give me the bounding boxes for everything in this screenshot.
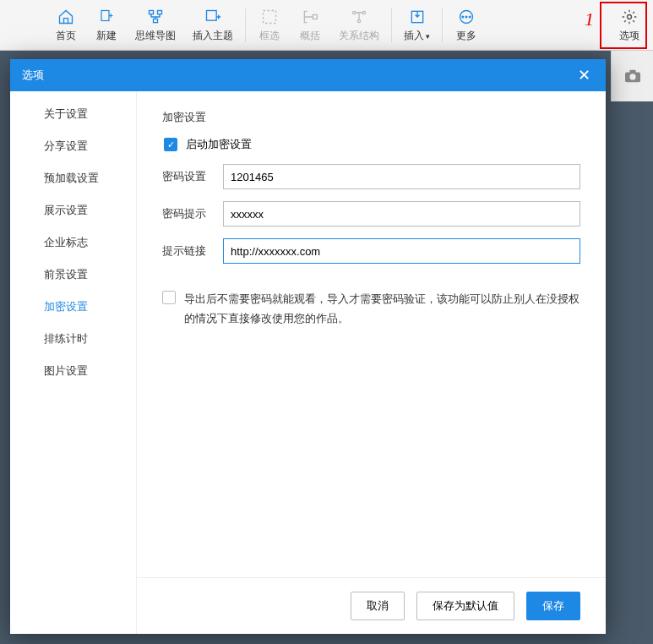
- svg-rect-5: [264, 11, 276, 24]
- svg-point-14: [469, 16, 471, 18]
- enable-encryption-checkbox[interactable]: ✓: [164, 138, 177, 151]
- toolbar-boxselect[interactable]: 框选: [249, 3, 290, 48]
- svg-point-15: [628, 15, 632, 19]
- link-label: 提示链接: [162, 243, 223, 259]
- save-button[interactable]: 保存: [526, 592, 580, 620]
- toolbar-label: 框选: [259, 29, 280, 43]
- sidebar-item-image[interactable]: 图片设置: [10, 355, 136, 387]
- camera-icon: [623, 68, 642, 84]
- home-icon: [57, 7, 74, 27]
- svg-rect-0: [101, 11, 109, 21]
- hint-input[interactable]: [223, 201, 580, 226]
- close-button[interactable]: ✕: [574, 66, 594, 85]
- toolbar-label: 插入▾: [404, 29, 430, 43]
- svg-rect-17: [629, 70, 635, 74]
- select-icon: [261, 7, 278, 27]
- svg-rect-4: [207, 11, 217, 21]
- svg-point-7: [353, 11, 356, 14]
- hint-label: 密码提示: [162, 206, 223, 221]
- toolbar-label: 插入主题: [193, 29, 233, 43]
- svg-point-8: [362, 11, 365, 14]
- sidebar-item-preload[interactable]: 预加载设置: [10, 162, 136, 194]
- sidebar-item-rehearse[interactable]: 排练计时: [10, 323, 136, 355]
- summary-icon: [302, 7, 318, 27]
- toolbar-options[interactable]: 选项: [609, 3, 650, 48]
- save-default-button[interactable]: 保存为默认值: [416, 592, 514, 620]
- toolbar-insert[interactable]: 插入▾: [395, 3, 438, 48]
- sidebar-item-about[interactable]: 关于设置: [10, 98, 136, 130]
- insert-icon: [409, 7, 426, 27]
- svg-point-9: [357, 19, 360, 22]
- svg-rect-2: [158, 11, 162, 14]
- more-icon: [458, 7, 475, 27]
- dialog-content: 加密设置 ✓ 启动加密设置 密码设置 密码提示 提示链接: [137, 91, 606, 634]
- sidebar-item-display[interactable]: 展示设置: [10, 194, 136, 226]
- toolbar-label: 关系结构: [339, 29, 379, 43]
- separator: [391, 8, 392, 42]
- sidebar-item-encryption[interactable]: 加密设置: [10, 291, 136, 323]
- options-dialog: 选项 ✕ 关于设置 分享设置 预加载设置 展示设置 企业标志 前景设置 加密设置…: [10, 59, 606, 634]
- toolbar-mindmap[interactable]: 思维导图: [127, 3, 184, 48]
- dialog-title: 选项: [22, 68, 44, 83]
- toolbar-relation[interactable]: 关系结构: [330, 3, 388, 48]
- toolbar-summary[interactable]: 概括: [290, 3, 330, 48]
- toolbar-insert-theme[interactable]: 插入主题: [184, 3, 242, 48]
- dialog-sidebar: 关于设置 分享设置 预加载设置 展示设置 企业标志 前景设置 加密设置 排练计时…: [10, 91, 137, 634]
- svg-rect-1: [150, 11, 154, 14]
- enable-encryption-label: 启动加密设置: [186, 137, 252, 152]
- new-doc-icon: [99, 7, 114, 27]
- svg-point-18: [629, 74, 635, 79]
- svg-point-12: [462, 16, 464, 18]
- insert-theme-icon: [204, 7, 221, 27]
- toolbar-more[interactable]: 更多: [446, 3, 487, 48]
- main-toolbar: 首页 新建 思维导图 插入主题 框选 概括 关系结构: [0, 0, 653, 51]
- password-label: 密码设置: [162, 169, 223, 184]
- dialog-footer: 取消 保存为默认值 保存: [137, 577, 606, 634]
- export-option-description: 导出后不需要密码就能观看，导入才需要密码验证，该功能可以防止别人在没授权的情况下…: [184, 289, 580, 329]
- sidebar-item-logo[interactable]: 企业标志: [10, 226, 136, 259]
- svg-rect-6: [313, 15, 317, 19]
- password-input[interactable]: [223, 164, 580, 189]
- sidebar-item-share[interactable]: 分享设置: [10, 130, 136, 162]
- mindmap-icon: [146, 7, 165, 27]
- cancel-button[interactable]: 取消: [351, 592, 405, 620]
- separator: [442, 8, 443, 42]
- separator: [245, 8, 246, 42]
- toolbar-label: 首页: [56, 29, 76, 43]
- toolbar-label: 概括: [300, 29, 320, 43]
- gear-icon: [621, 7, 638, 27]
- section-title: 加密设置: [162, 110, 580, 125]
- relation-icon: [351, 7, 367, 27]
- camera-button[interactable]: [611, 51, 653, 101]
- export-option-checkbox[interactable]: [162, 291, 176, 304]
- toolbar-label: 更多: [456, 29, 476, 43]
- link-input[interactable]: [223, 238, 580, 264]
- dialog-header: 选项 ✕: [10, 59, 606, 91]
- toolbar-label: 选项: [619, 29, 639, 43]
- svg-rect-3: [154, 19, 158, 23]
- toolbar-label: 新建: [96, 29, 117, 43]
- sidebar-item-foreground[interactable]: 前景设置: [10, 259, 136, 291]
- toolbar-label: 思维导图: [135, 29, 176, 43]
- toolbar-new[interactable]: 新建: [86, 3, 127, 48]
- toolbar-home[interactable]: 首页: [46, 3, 86, 48]
- svg-point-13: [465, 16, 467, 18]
